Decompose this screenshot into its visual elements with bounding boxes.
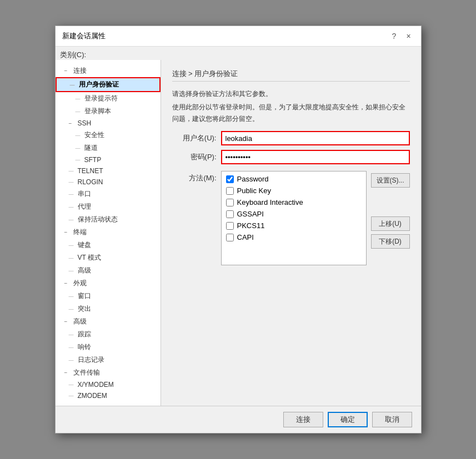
sidebar-item-auth[interactable]: —用户身份验证 [56, 77, 161, 92]
dialog-body: −连接—用户身份验证—登录提示符—登录脚本−SSH—安全性—隧道—SFTP—TE… [56, 60, 421, 406]
dialog-footer: 连接 确定 取消 [56, 406, 421, 433]
close-button[interactable]: × [403, 31, 414, 42]
sidebar-item-vt-mode[interactable]: —VT 模式 [56, 251, 161, 264]
sidebar-item-filetransfer[interactable]: −文件传输 [56, 366, 161, 379]
method-label-capi: CAPI [237, 233, 254, 241]
settings-button[interactable]: 设置(S)... [371, 173, 410, 188]
desc1: 请选择身份验证方法和其它参数。 [172, 88, 410, 99]
ok-button[interactable]: 确定 [328, 412, 368, 427]
method-label-gssapi: GSSAPI [237, 210, 264, 218]
connect-button[interactable]: 连接 [283, 412, 323, 427]
sidebar-item-ssh[interactable]: −SSH [56, 118, 161, 129]
help-button[interactable]: ? [389, 31, 400, 42]
sidebar-item-window[interactable]: —窗口 [56, 290, 161, 302]
method-checkbox-password[interactable] [226, 175, 234, 183]
method-checkbox-publickey[interactable] [226, 187, 234, 195]
method-item-gssapi[interactable]: GSSAPI [226, 210, 362, 218]
sidebar-item-trace[interactable]: —跟踪 [56, 328, 161, 341]
method-item-keyboard[interactable]: Keyboard Interactive [226, 198, 362, 206]
sidebar-item-advanced[interactable]: —高级 [56, 264, 161, 277]
sidebar-item-login-script[interactable]: —登录脚本 [56, 105, 161, 118]
breadcrumb: 连接 > 用户身份验证 [172, 69, 410, 82]
sidebar-item-bell[interactable]: —响铃 [56, 341, 161, 354]
sidebar-item-xymodem[interactable]: —X/YMODEM [56, 379, 161, 390]
sidebar-item-terminal[interactable]: −终端 [56, 226, 161, 239]
sidebar: −连接—用户身份验证—登录提示符—登录脚本−SSH—安全性—隧道—SFTP—TE… [56, 60, 161, 406]
sidebar-item-log[interactable]: —日志记录 [56, 354, 161, 366]
password-input[interactable] [221, 150, 410, 164]
sidebar-item-proxy[interactable]: —代理 [56, 200, 161, 213]
sidebar-item-keepalive[interactable]: —保持活动状态 [56, 213, 161, 226]
main-panel: 连接 > 用户身份验证 请选择身份验证方法和其它参数。 使用此部分以节省登录时间… [161, 60, 421, 406]
username-input[interactable] [221, 131, 410, 145]
sidebar-item-advanced2[interactable]: −高级 [56, 315, 161, 328]
method-checkbox-capi[interactable] [226, 234, 234, 241]
sidebar-item-serial[interactable]: —串口 [56, 188, 161, 200]
move-up-button[interactable]: 上移(U) [371, 216, 410, 231]
move-down-button[interactable]: 下移(D) [371, 234, 410, 249]
dialog: 新建会话属性 ? × 类别(C): −连接—用户身份验证—登录提示符—登录脚本−… [55, 26, 422, 433]
method-item-publickey[interactable]: Public Key [226, 186, 362, 195]
sidebar-item-login-hint[interactable]: —登录提示符 [56, 92, 161, 105]
password-label: 密码(P): [172, 152, 217, 162]
method-checkbox-keyboard[interactable] [226, 199, 234, 206]
method-checkbox-gssapi[interactable] [226, 210, 234, 218]
method-label-publickey: Public Key [237, 186, 271, 195]
dialog-title: 新建会话属性 [62, 31, 106, 41]
sidebar-item-security[interactable]: —安全性 [56, 129, 161, 142]
sidebar-item-tunnel[interactable]: —隧道 [56, 142, 161, 154]
method-label-keyboard: Keyboard Interactive [237, 198, 303, 206]
method-item-capi[interactable]: CAPI [226, 233, 362, 241]
sidebar-item-conn[interactable]: −连接 [56, 64, 161, 77]
method-section: 方法(M): PasswordPublic KeyKeyboard Intera… [172, 171, 410, 265]
sidebar-item-keyboard[interactable]: —键盘 [56, 239, 161, 251]
form-section: 用户名(U): 密码(P): [172, 131, 410, 164]
description: 请选择身份验证方法和其它参数。 使用此部分以节省登录时间。但是，为了最大限度地提… [172, 88, 410, 124]
category-label: 类别(C): [56, 47, 421, 60]
method-label-pkcs11: PKCS11 [237, 221, 265, 230]
sidebar-item-rlogin[interactable]: —RLOGIN [56, 176, 161, 188]
username-row: 用户名(U): [172, 131, 410, 145]
method-box: PasswordPublic KeyKeyboard InteractiveGS… [221, 171, 367, 265]
password-row: 密码(P): [172, 150, 410, 164]
method-item-pkcs11[interactable]: PKCS11 [226, 221, 362, 230]
sidebar-item-zmodem[interactable]: —ZMODEM [56, 390, 161, 401]
method-item-password[interactable]: Password [226, 175, 362, 183]
username-label: 用户名(U): [172, 133, 217, 143]
cancel-button[interactable]: 取消 [372, 412, 412, 427]
sidebar-item-telnet[interactable]: —TELNET [56, 165, 161, 176]
title-actions: ? × [389, 31, 414, 42]
sidebar-item-appearance[interactable]: −外观 [56, 277, 161, 290]
title-bar: 新建会话属性 ? × [56, 26, 421, 47]
method-side-buttons: 设置(S)... 上移(U) 下移(D) [371, 171, 410, 249]
method-checkbox-pkcs11[interactable] [226, 222, 234, 230]
method-label-password: Password [237, 175, 269, 183]
sidebar-item-sftp[interactable]: —SFTP [56, 154, 161, 165]
sidebar-item-highlight[interactable]: —突出 [56, 302, 161, 315]
method-label: 方法(M): [172, 171, 217, 183]
desc2: 使用此部分以节省登录时间。但是，为了最大限度地提高安全性，如果担心安全问题，建议… [172, 102, 410, 124]
